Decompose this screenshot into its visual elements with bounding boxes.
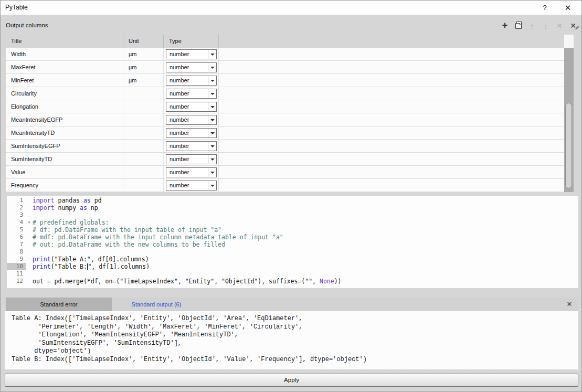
code-line[interactable]: 9print("Table A:", df[0].columns) <box>7 256 578 263</box>
table-row[interactable]: MeanIntensityTD number <box>6 126 564 140</box>
type-dropdown[interactable]: number <box>166 115 217 125</box>
unit-cell[interactable] <box>123 113 163 126</box>
chevron-down-icon[interactable] <box>208 102 216 111</box>
table-scrollbar[interactable] <box>564 48 574 192</box>
type-dropdown[interactable]: number <box>166 167 217 177</box>
unit-cell[interactable] <box>123 166 163 178</box>
code-editor[interactable]: 1import pandas as pd2import numpy as np3… <box>7 196 578 288</box>
unit-cell[interactable] <box>123 100 163 113</box>
unit-cell[interactable]: µm <box>123 74 163 87</box>
type-dropdown[interactable]: number <box>166 154 217 164</box>
type-dropdown[interactable]: number <box>166 181 217 190</box>
code-line[interactable]: 6# mdf: pd.DataFrame with the input colu… <box>7 234 578 241</box>
table-row[interactable]: Elongation number <box>6 100 564 113</box>
table-row[interactable]: Circularity number <box>6 87 564 100</box>
scrollbar-thumb[interactable] <box>565 103 572 188</box>
title-cell[interactable]: Frequency <box>6 179 123 192</box>
code-text: print("Table A:", df[0].columns) <box>33 256 149 263</box>
unit-cell[interactable] <box>123 87 163 100</box>
code-line[interactable]: 12out = pd.merge(*df, on=("TimeLapseInde… <box>7 278 578 285</box>
remove-column-button[interactable]: ✕ <box>555 20 564 31</box>
chevron-down-icon[interactable] <box>208 142 216 151</box>
title-cell[interactable]: Elongation <box>6 100 123 113</box>
chevron-down-icon[interactable] <box>208 129 216 137</box>
type-value: number <box>166 63 208 72</box>
close-button[interactable]: ✕ <box>557 1 579 15</box>
code-line[interactable]: 8 <box>7 248 578 256</box>
duplicate-column-button[interactable] <box>514 20 523 31</box>
title-cell[interactable]: Circularity <box>6 87 123 100</box>
chevron-down-icon[interactable] <box>208 76 216 85</box>
table-row[interactable]: SumIntensityTD number <box>6 153 564 166</box>
output-columns-toolbar: + ↑ ↓ ✕ ✕ ✎ <box>500 19 578 32</box>
unit-cell[interactable] <box>123 153 163 165</box>
line-number: 2 <box>7 204 26 211</box>
move-down-button[interactable]: ↓ <box>541 20 551 31</box>
unit-cell[interactable]: µm <box>123 61 163 73</box>
title-cell[interactable]: SumIntensityTD <box>6 153 123 165</box>
code-line[interactable]: 2import numpy as np <box>7 204 578 211</box>
code-line[interactable]: 11 <box>7 270 578 278</box>
table-row[interactable]: MinFeret µm number <box>6 74 564 87</box>
type-dropdown[interactable]: number <box>166 141 217 151</box>
chevron-down-icon[interactable] <box>208 115 216 124</box>
chevron-down-icon[interactable] <box>208 89 216 98</box>
chevron-down-icon[interactable] <box>208 168 216 177</box>
table-row[interactable]: SumIntensityEGFP number <box>6 140 564 153</box>
move-up-button[interactable]: ↑ <box>527 20 537 31</box>
unit-cell[interactable] <box>123 126 163 139</box>
chevron-down-icon[interactable] <box>208 155 216 164</box>
title-cell[interactable]: MinFeret <box>6 74 123 87</box>
code-line[interactable]: 7# out: pd.DataFrame with the new column… <box>7 241 578 248</box>
table-row[interactable]: MaxFeret µm number <box>6 61 564 74</box>
empty-cell <box>218 140 564 152</box>
code-text: # predefined globals: <box>33 219 109 226</box>
code-line[interactable]: 5# df: pd.DataFrame with the input table… <box>7 226 578 234</box>
pytable-window: PyTable ? ✕ Output columns + ↑ ↓ ✕ ✕ ✎ <box>0 0 582 392</box>
unit-cell[interactable] <box>123 179 163 192</box>
type-dropdown[interactable]: number <box>166 128 217 138</box>
code-line[interactable]: 10print("Table B:", df[1].columns) <box>7 263 578 270</box>
title-cell[interactable]: MeanIntensityEGFP <box>6 113 123 126</box>
line-number: 4 <box>7 219 26 226</box>
empty-cell <box>218 113 564 126</box>
console-output[interactable]: Table A: Index(['TimeLapseIndex', 'Entit… <box>5 311 578 369</box>
remove-all-columns-button[interactable]: ✕ ✎ <box>568 20 578 31</box>
line-number: 8 <box>7 248 26 256</box>
title-cell[interactable]: SumIntensityEGFP <box>6 140 123 152</box>
type-cell: number <box>163 87 218 100</box>
code-line[interactable]: 1import pandas as pd <box>7 197 578 204</box>
fold-marker-icon[interactable]: ▾ <box>26 219 33 226</box>
table-row[interactable]: Value number <box>6 166 564 179</box>
tab-standard-error[interactable]: Standard error <box>6 298 112 311</box>
table-row[interactable]: MeanIntensityEGFP number <box>6 113 564 126</box>
title-cell[interactable]: Value <box>6 166 123 178</box>
table-row[interactable]: Width µm number <box>6 48 564 61</box>
help-button[interactable]: ? <box>537 1 553 15</box>
chevron-down-icon[interactable] <box>208 181 216 190</box>
type-dropdown[interactable]: number <box>166 76 217 86</box>
title-cell[interactable]: MeanIntensityTD <box>6 126 123 139</box>
table-row[interactable]: Frequency number <box>6 179 564 192</box>
type-value: number <box>166 168 208 177</box>
type-dropdown[interactable]: number <box>166 62 217 72</box>
help-icon: ? <box>543 4 546 12</box>
type-dropdown[interactable]: number <box>166 49 217 59</box>
chevron-down-icon[interactable] <box>208 63 216 72</box>
chevron-down-icon[interactable] <box>208 50 216 59</box>
title-cell[interactable]: Width <box>6 48 123 60</box>
code-line[interactable]: 4▾# predefined globals: <box>7 219 578 226</box>
type-dropdown[interactable]: number <box>166 102 217 112</box>
unit-cell[interactable] <box>123 140 163 152</box>
type-cell: number <box>163 179 218 192</box>
title-cell[interactable]: MaxFeret <box>6 61 123 73</box>
console-close-button[interactable]: ✕ <box>563 298 576 311</box>
apply-button[interactable]: Apply <box>5 374 578 387</box>
code-line[interactable]: 3 <box>7 211 578 219</box>
add-column-button[interactable]: + <box>500 20 510 31</box>
type-cell: number <box>163 100 218 113</box>
console-line: Table B: Index(['TimeLapseIndex', 'Entit… <box>12 356 578 364</box>
type-dropdown[interactable]: number <box>166 89 217 99</box>
tab-standard-output[interactable]: Standard output (6) <box>112 298 201 311</box>
unit-cell[interactable]: µm <box>123 48 163 60</box>
